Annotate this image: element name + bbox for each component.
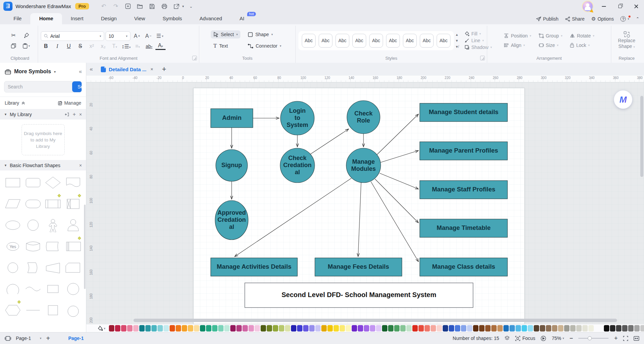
font-size-select[interactable]: 10 ▾ (106, 31, 130, 41)
palette-color-swatch[interactable] (218, 325, 224, 332)
symbol-search-input[interactable] (4, 81, 72, 92)
font-dialog-launcher-icon[interactable] (192, 56, 197, 60)
options-button[interactable]: ⚙ Options (591, 16, 614, 22)
palette-color-swatch[interactable] (224, 325, 230, 332)
export-icon[interactable] (171, 2, 181, 11)
palette-color-swatch[interactable] (516, 325, 521, 332)
style-swatch[interactable]: Abc (335, 34, 349, 48)
shape-document[interactable] (63, 173, 83, 192)
palette-color-swatch[interactable] (467, 325, 472, 332)
diagram-edge[interactable] (371, 182, 418, 262)
palette-color-swatch[interactable] (546, 325, 551, 332)
connector-tool-button[interactable]: Connector▾ (245, 41, 284, 51)
superscript-icon[interactable]: x² (87, 43, 97, 49)
shape-curved-document[interactable] (43, 236, 63, 256)
text-align-icon[interactable]: ☰▾ (155, 31, 165, 41)
document-tab-close-icon[interactable]: × (150, 67, 153, 72)
menu-tab-home[interactable]: Home (30, 13, 62, 24)
shape-trapezoid[interactable] (43, 258, 63, 277)
manage-library-button[interactable]: Manage (58, 100, 81, 106)
palette-color-swatch[interactable] (109, 325, 114, 332)
help-button[interactable]: ? ▾ (620, 16, 629, 22)
text-tool-button[interactable]: T Text (211, 41, 240, 51)
palette-color-swatch[interactable] (182, 325, 187, 332)
style-gallery-up-icon[interactable]: ▲ (455, 33, 459, 36)
shape-terminator[interactable] (23, 194, 43, 214)
library-dropzone[interactable]: Drag symbols here to add to My Library (22, 124, 65, 155)
zoom-in-button[interactable]: + (614, 335, 618, 342)
shape-diamond[interactable] (43, 173, 63, 192)
palette-color-swatch[interactable] (418, 325, 424, 332)
menu-tab-advanced[interactable]: Advanced (191, 13, 231, 24)
close-basic-shapes-icon[interactable]: × (79, 163, 82, 168)
shape-big-circle[interactable] (63, 279, 83, 299)
shape-arc[interactable] (3, 279, 23, 299)
library-label[interactable]: Library (5, 100, 19, 106)
palette-color-swatch[interactable] (115, 325, 120, 332)
diagram-edge[interactable] (381, 151, 418, 162)
shape-small-rect[interactable] (43, 279, 63, 299)
style-gallery-expand-icon[interactable]: ▼̸ (455, 45, 459, 49)
palette-color-swatch[interactable] (261, 325, 266, 332)
palette-color-swatch[interactable] (558, 325, 563, 332)
shape-tool-button[interactable]: Shape▾ (245, 30, 284, 38)
presentation-play-icon[interactable] (540, 336, 546, 341)
shape-line[interactable] (23, 300, 43, 320)
shape-wave-line[interactable] (23, 279, 43, 299)
style-swatch[interactable]: Abc (386, 34, 400, 48)
shape-circle-small[interactable] (3, 258, 23, 277)
fit-width-icon[interactable] (634, 336, 639, 341)
group-button[interactable]: Group▾ (539, 33, 562, 38)
palette-color-swatch[interactable] (157, 325, 163, 332)
palette-color-swatch[interactable] (528, 325, 533, 332)
palette-color-swatch[interactable] (370, 325, 375, 332)
font-family-select[interactable]: Arial ▾ (41, 31, 104, 41)
palette-color-swatch[interactable] (376, 325, 381, 332)
collapse-all-icon[interactable] (21, 101, 25, 105)
palette-color-swatch[interactable] (273, 325, 278, 332)
symbol-search-button[interactable]: Search (72, 81, 82, 92)
palette-color-swatch[interactable] (564, 325, 569, 332)
toolbar-more-icon[interactable]: ⌄ (186, 2, 196, 11)
publish-button[interactable]: Publish (536, 16, 558, 22)
palette-color-swatch[interactable] (616, 325, 621, 332)
shape-ellipse[interactable] (3, 215, 23, 235)
palette-color-swatch[interactable] (570, 325, 576, 332)
palette-color-swatch[interactable] (164, 325, 169, 332)
palette-color-swatch[interactable] (382, 325, 387, 332)
diagram-edge[interactable] (375, 179, 418, 223)
style-swatch[interactable]: Abc (403, 34, 417, 48)
copy-icon[interactable] (8, 41, 19, 51)
italic-icon[interactable]: I (52, 43, 62, 49)
style-swatch[interactable]: Abc (420, 34, 434, 48)
palette-color-swatch[interactable] (279, 325, 284, 332)
shape-circle[interactable] (23, 215, 43, 235)
diagram-edge[interactable] (377, 114, 418, 155)
shape-square[interactable] (43, 300, 63, 320)
select-tool-button[interactable]: Select▾ (211, 30, 240, 38)
palette-color-swatch[interactable] (640, 325, 644, 332)
export-dropdown-icon[interactable]: ▾ (182, 4, 184, 8)
palette-color-swatch[interactable] (145, 325, 151, 332)
palette-color-swatch[interactable] (491, 325, 497, 332)
font-color-icon[interactable]: A▾ (155, 43, 166, 50)
my-library-expand-icon[interactable]: ▼ (4, 113, 7, 116)
collapse-ribbon-icon[interactable]: ⌃ (636, 17, 639, 21)
palette-color-swatch[interactable] (610, 325, 615, 332)
increase-font-icon[interactable]: A+ (132, 31, 142, 41)
palette-color-swatch[interactable] (540, 325, 545, 332)
sidebar-collapse-icon[interactable]: « (79, 69, 81, 75)
lock-button[interactable]: Lock▾ (570, 43, 594, 48)
vertical-scrollbar-thumb[interactable] (640, 96, 643, 177)
palette-color-swatch[interactable] (230, 325, 236, 332)
page-tab-active[interactable]: Page-1 (68, 336, 84, 341)
bold-icon[interactable]: B (41, 43, 51, 49)
rotate-button[interactable]: Rotate▾ (570, 33, 594, 38)
palette-color-swatch[interactable] (552, 325, 557, 332)
palette-color-swatch[interactable] (455, 325, 460, 332)
menu-tab-ai[interactable]: AIhot (231, 13, 253, 24)
menu-tab-insert[interactable]: Insert (62, 13, 92, 24)
menu-tab-design[interactable]: Design (92, 13, 125, 24)
add-page-button[interactable]: + (46, 335, 50, 342)
menu-tab-view[interactable]: View (125, 13, 154, 24)
